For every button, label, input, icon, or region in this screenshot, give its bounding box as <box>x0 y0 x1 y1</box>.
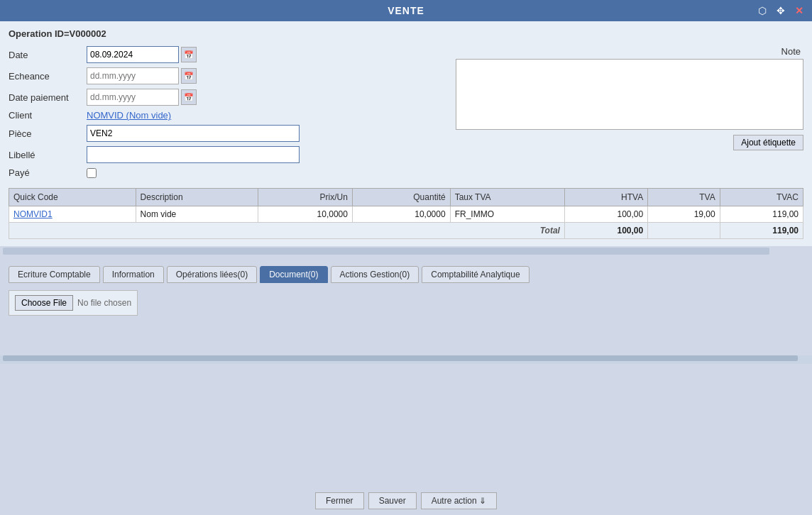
cell-taux-tva: FR_IMMO <box>450 206 564 223</box>
echeance-calendar-button[interactable]: 📅 <box>181 68 197 84</box>
bottom-scrollbar-thumb[interactable] <box>3 355 798 361</box>
file-input-area: Choose File No file chosen <box>9 290 138 316</box>
client-label: Client <box>9 110 87 121</box>
document-panel: Choose File No file chosen <box>0 283 812 354</box>
cell-tva: 19,00 <box>648 206 720 223</box>
date-input[interactable] <box>87 46 179 63</box>
col-taux-tva: Taux TVA <box>450 189 564 206</box>
window-title: VENTE <box>388 5 424 16</box>
tab-actions-gestion[interactable]: Actions Gestion(0) <box>331 266 419 283</box>
ajout-etiquette-button[interactable]: Ajout étiquette <box>733 135 803 150</box>
total-tvac: 119,00 <box>720 223 803 239</box>
cell-quantite: 10,0000 <box>352 206 450 223</box>
total-htva: 100,00 <box>564 223 647 239</box>
cell-prix-un: 10,0000 <box>258 206 352 223</box>
date-paiement-label: Date paiement <box>9 92 87 103</box>
form-right: Note Ajout étiquette <box>456 46 803 182</box>
piece-input[interactable] <box>87 125 300 142</box>
title-bar: VENTE ⬡ ✥ ✕ <box>0 0 812 21</box>
cell-tvac: 119,00 <box>720 206 803 223</box>
libelle-input[interactable] <box>87 146 300 163</box>
client-row: Client NOMVID (Nom vide) <box>9 110 444 121</box>
hscrollbar-area <box>0 248 812 258</box>
echeance-label: Echeance <box>9 71 87 82</box>
choose-file-button[interactable]: Choose File <box>15 295 73 311</box>
paye-row: Payé <box>9 167 444 178</box>
external-link-icon[interactable]: ⬡ <box>755 4 769 18</box>
col-description: Description <box>136 189 258 206</box>
move-icon[interactable]: ✥ <box>774 4 788 18</box>
echeance-row: Echeance 📅 <box>9 67 444 84</box>
footer: Fermer Sauver Autre action ⇓ <box>0 487 812 515</box>
table-container: Quick Code Description Prix/Un Quantité … <box>9 188 803 239</box>
date-calendar-button[interactable]: 📅 <box>181 47 197 62</box>
table-header-row: Quick Code Description Prix/Un Quantité … <box>9 189 803 206</box>
total-row: Total 100,00 119,00 <box>9 223 803 239</box>
tabs-bar: Ecriture Comptable Information Opération… <box>9 266 803 283</box>
bottom-scrollbar-area <box>0 355 812 364</box>
title-icons: ⬡ ✥ ✕ <box>755 4 806 18</box>
sauver-button[interactable]: Sauver <box>368 492 417 509</box>
cell-htva: 100,00 <box>564 206 647 223</box>
cell-quick-code: NOMVID1 <box>9 206 136 223</box>
note-textarea[interactable] <box>456 59 803 130</box>
tab-comptabilite-analytique[interactable]: Comptabilité Analytique <box>422 266 529 283</box>
libelle-row: Libellé <box>9 146 444 163</box>
fermer-button[interactable]: Fermer <box>315 492 364 509</box>
main-content: Operation ID=V000002 Date 📅 Echeance 📅 D… <box>0 21 812 246</box>
tabs-section: Ecriture Comptable Information Opération… <box>0 260 812 283</box>
total-label: Total <box>9 223 565 239</box>
date-paiement-row: Date paiement 📅 <box>9 89 444 106</box>
date-row: Date 📅 <box>9 46 444 63</box>
date-paiement-calendar-button[interactable]: 📅 <box>181 89 197 105</box>
total-tva <box>648 223 720 239</box>
col-prix-un: Prix/Un <box>258 189 352 206</box>
operation-id: Operation ID=V000002 <box>9 28 803 39</box>
tab-operations-liees[interactable]: Opérations liées(0) <box>167 266 257 283</box>
echeance-input[interactable] <box>87 67 179 84</box>
date-paiement-input[interactable] <box>87 89 179 106</box>
libelle-label: Libellé <box>9 150 87 160</box>
note-label: Note <box>456 46 803 57</box>
close-icon[interactable]: ✕ <box>792 4 806 18</box>
col-quick-code: Quick Code <box>9 189 136 206</box>
tab-information[interactable]: Information <box>103 266 164 283</box>
file-name-display: No file chosen <box>77 298 131 308</box>
form-left: Date 📅 Echeance 📅 Date paiement 📅 Client… <box>9 46 444 182</box>
tab-document[interactable]: Document(0) <box>260 266 327 283</box>
piece-label: Pièce <box>9 128 87 139</box>
col-tvac: TVAC <box>720 189 803 206</box>
autre-action-button[interactable]: Autre action ⇓ <box>421 492 497 509</box>
col-tva: TVA <box>648 189 720 206</box>
col-quantite: Quantité <box>352 189 450 206</box>
piece-row: Pièce <box>9 125 444 142</box>
items-table: Quick Code Description Prix/Un Quantité … <box>9 188 803 239</box>
operation-id-label: Operation ID= <box>9 28 70 39</box>
tab-ecriture-comptable[interactable]: Ecriture Comptable <box>9 266 100 283</box>
paye-checkbox[interactable] <box>87 168 97 178</box>
operation-id-value: V000002 <box>70 28 106 39</box>
paye-label: Payé <box>9 167 87 178</box>
form-area: Date 📅 Echeance 📅 Date paiement 📅 Client… <box>9 46 803 182</box>
cell-description: Nom vide <box>136 206 258 223</box>
table-row[interactable]: NOMVID1 Nom vide 10,0000 10,0000 FR_IMMO… <box>9 206 803 223</box>
date-label: Date <box>9 50 87 60</box>
hscrollbar-thumb[interactable] <box>3 248 769 255</box>
client-link[interactable]: NOMVID (Nom vide) <box>87 110 171 121</box>
col-htva: HTVA <box>564 189 647 206</box>
